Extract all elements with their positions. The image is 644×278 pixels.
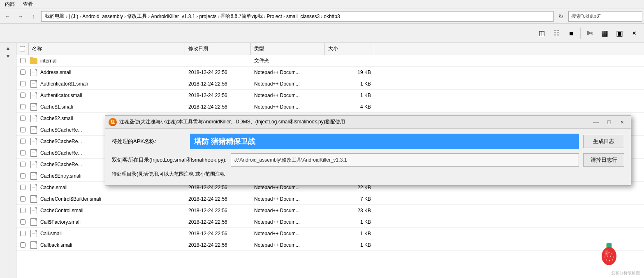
row-checkbox[interactable] (20, 81, 25, 86)
col-header-size[interactable]: 大小 (325, 43, 374, 55)
sidebar-down-arrow[interactable]: ▼ (6, 53, 11, 59)
row-checkbox[interactable] (20, 150, 25, 155)
file-name: internal (39, 58, 185, 64)
menu-bar: 内部 查看 (0, 0, 644, 9)
file-name: Call.smali (39, 231, 185, 236)
path-xiangha: 香哈6.6.7简单vip我 (220, 13, 262, 20)
file-name: Authenticator.smali (39, 93, 185, 98)
left-sidebar: ▲ ▼ (0, 43, 16, 278)
popup-content: 待处理的APK名称: 生成日志 双剑客所在目录(InjectLog.smali和… (105, 129, 631, 185)
nav-back-button[interactable]: ← (2, 11, 13, 22)
row-checkbox[interactable] (20, 70, 25, 75)
toolbar-paste-btn[interactable]: ▣ (613, 27, 626, 40)
table-row[interactable]: CacheControl$Builder.smali2018-12-24 22:… (16, 193, 644, 205)
toolbar-view-btn-2[interactable]: ☷ (550, 27, 563, 40)
col-header-checkbox[interactable] (16, 43, 29, 55)
popup-icon: 注 (109, 118, 117, 126)
file-size: 23 KB (325, 208, 374, 213)
table-row[interactable]: Call$Factory.smali2018-12-24 22:56Notepa… (16, 216, 644, 228)
smali-icon (29, 241, 39, 249)
row-checkbox-cell (16, 93, 29, 98)
row-checkbox[interactable] (20, 196, 25, 202)
select-all-checkbox[interactable] (20, 46, 25, 51)
row-checkbox[interactable] (20, 219, 25, 225)
row-checkbox[interactable] (20, 208, 25, 213)
apk-name-input[interactable] (190, 134, 579, 149)
nav-up-button[interactable]: ↑ (28, 11, 39, 22)
row-checkbox-cell (16, 150, 29, 155)
toolbar-more-btn[interactable]: ✕ (628, 27, 641, 40)
popup-title-text: 注魂圣使(大注魂与小注魂):本工具需与AndroidKiller、DDMS、(I… (119, 118, 588, 125)
clear-log-btn[interactable]: 清掉日志行 (583, 153, 624, 167)
refresh-button[interactable]: ↻ (555, 11, 567, 22)
row-checkbox[interactable] (20, 242, 25, 248)
path-sep-7: › (264, 14, 266, 19)
row-checkbox[interactable] (20, 116, 25, 121)
dir-input[interactable] (231, 153, 579, 167)
path-projects: projects (199, 14, 216, 19)
toolbar-view-btn-3[interactable]: ◼ (565, 27, 578, 40)
smali-icon (29, 183, 39, 192)
sidebar-up-arrow[interactable]: ▲ (6, 45, 11, 51)
smali-icon (29, 80, 39, 88)
file-name: Call$Factory.smali (39, 219, 185, 225)
row-checkbox[interactable] (20, 104, 25, 109)
smali-icon (29, 126, 39, 134)
search-box[interactable]: 搜索"okhttp3" (568, 11, 642, 22)
popup-close-btn[interactable]: × (617, 118, 628, 127)
row-checkbox[interactable] (20, 139, 25, 144)
file-type: Notepad++ Docum... (251, 231, 325, 236)
table-row[interactable]: Cache$1.smali2018-12-24 22:56Notepad++ D… (16, 101, 644, 113)
dir-row: 双剑客所在目录(InjectLog.smali和smalihook.py): 清… (112, 153, 624, 167)
file-type: Notepad++ Docum... (251, 208, 325, 213)
toolbar-cut-btn[interactable]: ✄ (583, 27, 596, 40)
popup-dialog[interactable]: 注 注魂圣使(大注魂与小注魂):本工具需与AndroidKiller、DDMS、… (105, 115, 631, 185)
col-header-name[interactable]: 名称 (29, 43, 185, 55)
table-row[interactable]: CacheControl.smali2018-12-24 22:56Notepa… (16, 205, 644, 216)
row-checkbox-cell (16, 219, 29, 225)
row-checkbox[interactable] (20, 162, 25, 167)
col-header-type[interactable]: 类型 (251, 43, 325, 55)
path-okhttp3: okhttp3 (324, 14, 340, 19)
file-type: Notepad++ Docum... (251, 196, 325, 202)
popup-maximize-btn[interactable]: □ (604, 118, 614, 127)
address-path[interactable]: 我的电脑 › j (J:) › Android_assembly › 修改工具 … (41, 11, 554, 22)
popup-minimize-btn[interactable]: — (591, 118, 601, 127)
row-checkbox-cell (16, 162, 29, 167)
table-row[interactable]: Authenticator$1.smali2018-12-24 22:56Not… (16, 78, 644, 90)
menu-item-internal[interactable]: 内部 (3, 0, 16, 9)
table-row[interactable]: Authenticator.smali2018-12-24 22:56Notep… (16, 90, 644, 101)
toolbar-view-btn-1[interactable]: ◫ (535, 27, 548, 40)
row-checkbox[interactable] (20, 185, 25, 190)
table-row[interactable]: Callback.smali2018-12-24 22:56Notepad++ … (16, 239, 644, 251)
table-row[interactable]: Address.smali2018-12-24 22:56Notepad++ D… (16, 67, 644, 78)
row-checkbox[interactable] (20, 58, 25, 63)
file-type: Notepad++ Docum... (251, 219, 325, 225)
path-smali-classes3: smali_classes3 (286, 14, 320, 19)
row-checkbox-cell (16, 139, 29, 144)
toolbar-copy-btn[interactable]: ▦ (598, 27, 611, 40)
smali-icon (29, 137, 39, 146)
generate-log-btn[interactable]: 生成日志 (583, 135, 624, 148)
file-name: Address.smali (39, 70, 185, 75)
file-size: 4 KB (325, 104, 374, 110)
file-name: Callback.smali (39, 242, 185, 248)
menu-item-view[interactable]: 查看 (21, 0, 35, 9)
row-checkbox[interactable] (20, 173, 25, 178)
smali-icon (29, 68, 39, 76)
col-header-date[interactable]: 修改日期 (185, 43, 251, 55)
toolbar: ◫ ☷ ◼ ✄ ▦ ▣ ✕ (0, 24, 644, 43)
row-checkbox[interactable] (20, 231, 25, 236)
row-checkbox-cell (16, 70, 29, 75)
folder-icon (29, 57, 39, 65)
smali-icon (29, 206, 39, 215)
file-name: Cache$1.smali (39, 104, 185, 110)
table-row[interactable]: internal文件夹 (16, 55, 644, 67)
file-type: Notepad++ Docum... (251, 70, 325, 75)
row-checkbox[interactable] (20, 127, 25, 132)
row-checkbox[interactable] (20, 93, 25, 98)
file-size: 1 KB (325, 93, 374, 98)
nav-forward-button[interactable]: → (15, 11, 26, 22)
process-hint-text: 待处理目录(灵活使用,可以大范围注魂 或小范围注魂 (112, 171, 225, 178)
table-row[interactable]: Call.smali2018-12-24 22:56Notepad++ Docu… (16, 228, 644, 239)
